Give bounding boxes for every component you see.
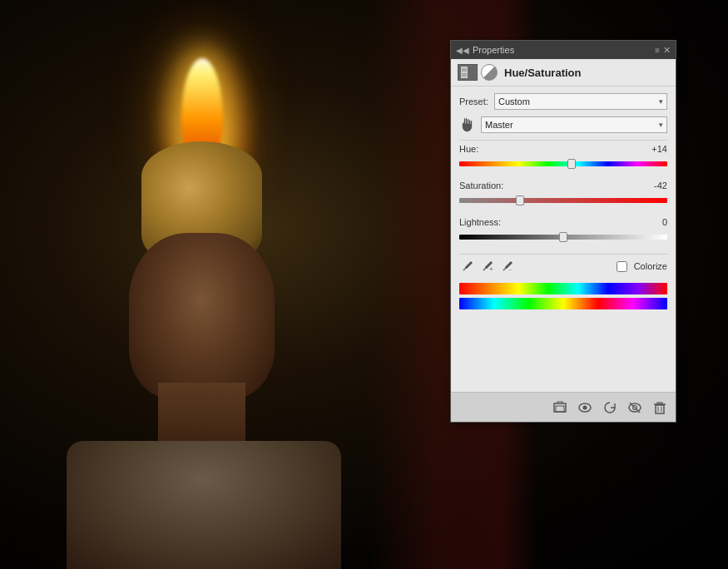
panel-header: Hue/Saturation	[451, 59, 676, 87]
lightness-slider-thumb[interactable]	[559, 232, 567, 242]
svg-rect-16	[656, 405, 664, 413]
channel-row: Master ▾	[459, 116, 667, 133]
preset-arrow-icon: ▾	[659, 97, 663, 106]
hue-slider-row: Hue: +14	[459, 144, 667, 172]
color-bars	[459, 283, 667, 309]
saturation-slider-track	[459, 198, 667, 203]
saturation-slider-track-container[interactable]	[459, 192, 667, 209]
svg-text:-: -	[509, 265, 512, 272]
panel-menu-button[interactable]: ≡	[655, 46, 660, 55]
source-color-bar	[459, 283, 667, 294]
divider-1	[459, 140, 667, 141]
toggle-visibility-button[interactable]	[626, 398, 644, 417]
hue-label: Hue:	[459, 144, 478, 154]
panel-collapse-button[interactable]: ◀◀	[456, 46, 469, 55]
face-area	[129, 233, 275, 399]
layer-svg	[461, 67, 474, 78]
panel-close-button[interactable]: ✕	[663, 45, 671, 56]
reset-button[interactable]	[601, 398, 619, 417]
svg-line-5	[483, 269, 485, 270]
preset-dropdown[interactable]: Custom ▾	[494, 93, 667, 110]
eyedropper-add-button[interactable]: +	[479, 258, 496, 275]
lightness-label-row: Lightness: 0	[459, 217, 667, 227]
svg-point-12	[583, 405, 587, 409]
eyedropper-subtract-button[interactable]: -	[499, 258, 516, 275]
saturation-value: -42	[642, 181, 667, 190]
lightness-slider-row: Lightness: 0	[459, 217, 667, 245]
channel-arrow-icon: ▾	[659, 121, 663, 129]
panel-titlebar: ◀◀ Properties ≡ ✕	[451, 41, 676, 59]
hue-slider-track-container[interactable]	[459, 156, 667, 172]
eyedropper-button[interactable]	[459, 258, 476, 275]
preset-label: Preset:	[459, 96, 494, 106]
panel-title: Properties	[473, 45, 514, 55]
result-color-bar	[459, 298, 667, 309]
svg-rect-10	[556, 406, 564, 412]
properties-panel: ◀◀ Properties ≡ ✕ Hue/Saturation Preset:…	[450, 40, 676, 423]
saturation-label: Saturation:	[459, 181, 503, 190]
titlebar-left: ◀◀ Properties	[456, 45, 514, 55]
colorize-label[interactable]: Colorize	[634, 261, 667, 271]
channel-value: Master	[485, 120, 513, 130]
svg-rect-18	[657, 403, 662, 404]
svg-line-4	[463, 269, 465, 270]
divider-2	[459, 254, 667, 255]
hue-slider-track	[459, 161, 667, 166]
svg-line-7	[503, 269, 505, 270]
lightness-label: Lightness:	[459, 217, 501, 227]
saturation-label-row: Saturation: -42	[459, 181, 667, 190]
preset-value: Custom	[498, 96, 530, 106]
hue-slider-thumb[interactable]	[567, 159, 576, 169]
lightness-value: 0	[642, 217, 667, 227]
panel-footer	[451, 392, 676, 422]
lightness-slider-track-container[interactable]	[459, 229, 667, 245]
saturation-slider-row: Saturation: -42	[459, 181, 667, 209]
hue-value: +14	[642, 144, 667, 154]
svg-rect-2	[462, 68, 467, 72]
clip-to-layer-button[interactable]	[551, 398, 569, 417]
channel-dropdown[interactable]: Master ▾	[481, 116, 667, 133]
layer-title: Hue/Saturation	[504, 67, 581, 79]
colorize-checkbox[interactable]	[617, 261, 627, 272]
svg-rect-1	[468, 67, 474, 78]
visibility-button[interactable]	[576, 398, 594, 417]
neck-area	[158, 383, 245, 449]
panel-body: Preset: Custom ▾ Master ▾ Hue: +14	[451, 87, 676, 319]
preset-row: Preset: Custom ▾	[459, 93, 667, 110]
svg-rect-3	[462, 73, 467, 77]
delete-button[interactable]	[651, 398, 669, 417]
layer-icon	[458, 64, 478, 81]
hue-label-row: Hue: +14	[459, 144, 667, 154]
svg-text:+: +	[489, 265, 493, 272]
shirt-area	[67, 441, 341, 569]
titlebar-right: ≡ ✕	[655, 45, 671, 56]
hand-tool-icon[interactable]	[459, 116, 476, 133]
eyedropper-row: + - Colorize	[459, 258, 667, 275]
adjustment-icon	[481, 64, 498, 81]
saturation-slider-thumb[interactable]	[516, 195, 524, 205]
